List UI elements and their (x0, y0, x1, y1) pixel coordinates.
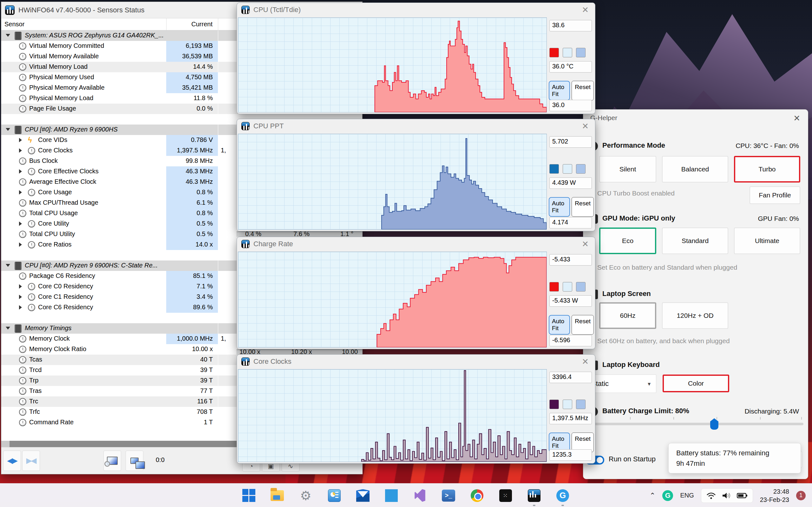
chip-icon (14, 262, 21, 270)
graph-titlebar[interactable]: Charge Rate ✕ (237, 237, 595, 251)
expand-chevron-icon[interactable] (19, 169, 22, 174)
grid-color-swatch[interactable] (576, 400, 586, 409)
expand-chevron-icon[interactable] (19, 242, 22, 247)
graph-titlebar[interactable]: CPU (Tctl/Tdie) ✕ (237, 3, 595, 17)
grid-color-swatch[interactable] (576, 164, 586, 174)
ghelper-close-icon[interactable]: ✕ (793, 113, 800, 123)
screen-60hz-button[interactable]: 60Hz (599, 302, 656, 329)
auto-fit-button[interactable]: Auto Fit (549, 81, 570, 101)
chevron-down-icon: ▼ (647, 381, 652, 387)
mail-taskbar-icon[interactable] (356, 489, 370, 503)
keyboard-mode-dropdown[interactable]: Static ▼ (587, 375, 656, 393)
sensor-current-value: 7.1 % (197, 283, 213, 290)
ghelper-window: G-Helper ✕ Performance Mode CPU: 36°C - … (583, 109, 808, 479)
grammarly-icon[interactable]: G (662, 490, 673, 501)
graph-series (238, 134, 547, 229)
series-color-swatch[interactable] (549, 400, 559, 409)
grid-color-swatch[interactable] (576, 48, 586, 57)
system-panel-taskbar-icon[interactable] (327, 489, 341, 503)
expand-chevron-icon[interactable] (19, 305, 22, 309)
graph-min-value: -6.596 (549, 335, 592, 346)
expand-chevron-icon[interactable] (19, 190, 22, 194)
gpu-eco-button[interactable]: Eco (599, 228, 656, 254)
expand-chevron-icon[interactable] (19, 222, 22, 226)
gpu-ultimate-button[interactable]: Ultimate (734, 228, 800, 254)
graph-max-value: 5.702 (549, 136, 592, 148)
graph-min-value: 4.174 (549, 217, 592, 228)
expand-chevron-icon[interactable] (19, 148, 22, 153)
notification-badge[interactable]: 1 (796, 491, 806, 500)
graph-titlebar[interactable]: Core Clocks ✕ (237, 354, 595, 369)
expand-columns-button[interactable]: ◀▶ (3, 451, 21, 471)
terminal-taskbar-icon[interactable]: ⁙ (499, 489, 513, 503)
collapse-chevron-icon[interactable] (6, 264, 10, 267)
scrollbar-left-button[interactable] (1, 441, 9, 447)
grid-color-swatch[interactable] (576, 282, 586, 291)
sensor-current-value: 3.4 % (197, 293, 213, 300)
graph-close-icon[interactable]: ✕ (580, 121, 591, 131)
powershell-taskbar-icon[interactable]: >_ (442, 489, 455, 503)
battery-limit-slider[interactable] (587, 423, 803, 425)
mode-balanced-button[interactable]: Balanced (662, 156, 728, 182)
chrome-taskbar-icon[interactable] (470, 489, 484, 503)
remote-monitor-button[interactable] (125, 451, 143, 471)
file-explorer-taskbar-icon[interactable] (270, 489, 284, 503)
series-color-swatch[interactable] (549, 48, 559, 57)
tray-overflow-chevron-icon[interactable]: ⌃ (650, 492, 655, 500)
graph-color-swatches[interactable] (549, 400, 586, 409)
keyboard-color-button[interactable]: Color (663, 375, 729, 392)
background-color-swatch[interactable] (563, 282, 572, 291)
graph-titlebar[interactable]: CPU PPT ✕ (237, 119, 595, 133)
visual-studio-taskbar-icon[interactable] (413, 489, 427, 503)
reset-button[interactable]: Reset (571, 315, 594, 335)
auto-fit-button[interactable]: Auto Fit (549, 197, 570, 217)
auto-fit-button[interactable]: Auto Fit (549, 315, 570, 335)
vscode-taskbar-icon[interactable] (385, 489, 398, 503)
column-current[interactable]: Current (191, 20, 212, 28)
series-color-swatch[interactable] (549, 164, 559, 174)
gpu-standard-button[interactable]: Standard (662, 228, 728, 254)
graph-close-icon[interactable]: ✕ (580, 357, 591, 367)
settings-taskbar-icon[interactable]: ⚙ (299, 489, 313, 503)
battery-icon (737, 492, 748, 499)
taskbar-clock[interactable]: 23:48 23-Feb-23 (760, 487, 789, 504)
graph-color-swatches[interactable] (549, 48, 586, 57)
gauge-clock-icon (19, 335, 26, 343)
column-sensor[interactable]: Sensor (4, 20, 24, 28)
start-taskbar-icon[interactable] (242, 489, 256, 503)
running-indicator (533, 505, 536, 506)
collapse-chevron-icon[interactable] (6, 128, 10, 131)
reset-button[interactable]: Reset (571, 197, 594, 217)
monitor-inspect-button[interactable] (103, 451, 121, 471)
collapse-columns-button[interactable]: ▶◀ (22, 451, 40, 471)
background-color-swatch[interactable] (563, 400, 572, 409)
chip-icon (14, 32, 21, 40)
fan-profile-button[interactable]: Fan Profile (750, 186, 800, 204)
gauge-clock-icon (19, 95, 26, 102)
quick-settings[interactable] (701, 488, 753, 503)
collapse-chevron-icon[interactable] (6, 34, 10, 37)
graph-close-icon[interactable]: ✕ (580, 5, 591, 15)
slider-thumb[interactable] (710, 418, 718, 430)
expand-chevron-icon[interactable] (19, 295, 22, 299)
background-color-swatch[interactable] (563, 164, 572, 174)
sliver-value: 0.4 % (245, 231, 261, 237)
collapse-chevron-icon[interactable] (6, 327, 10, 330)
hwinfo-taskbar-icon[interactable] (527, 489, 541, 503)
tooltip-line-2: 9h 47min (676, 458, 793, 469)
series-color-swatch[interactable] (549, 282, 559, 291)
sensor-label: Trc (29, 398, 38, 405)
mode-silent-button[interactable]: Silent (599, 156, 656, 182)
screen-120hz-button[interactable]: 120Hz + OD (662, 302, 728, 329)
graph-close-icon[interactable]: ✕ (580, 239, 591, 249)
language-indicator[interactable]: ENG (680, 492, 694, 499)
g-helper-taskbar-icon[interactable]: G (556, 489, 570, 503)
graph-color-swatches[interactable] (549, 282, 586, 291)
expand-chevron-icon[interactable] (19, 284, 22, 289)
reset-button[interactable]: Reset (571, 81, 594, 101)
background-color-swatch[interactable] (563, 48, 572, 57)
graph-color-swatches[interactable] (549, 164, 586, 174)
clock-date: 23-Feb-23 (760, 496, 789, 504)
mode-turbo-button[interactable]: Turbo (734, 156, 800, 182)
expand-chevron-icon[interactable] (19, 138, 22, 142)
